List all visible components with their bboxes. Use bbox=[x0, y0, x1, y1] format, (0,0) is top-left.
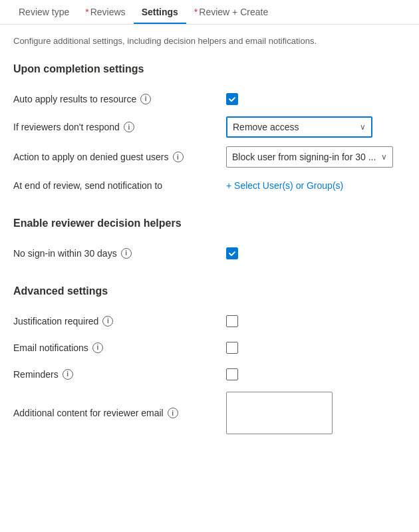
label-text: Reminders bbox=[13, 369, 59, 380]
setting-label-email-notifications: Email notificationsi bbox=[13, 342, 226, 353]
label-text: Auto apply results to resource bbox=[13, 94, 136, 104]
setting-control-action-denied-guests: Block user from signing-in for 30 ...∨ bbox=[226, 146, 406, 168]
setting-row-action-denied-guests: Action to apply on denied guest usersiBl… bbox=[13, 142, 406, 172]
label-text: Action to apply on denied guest users bbox=[13, 152, 169, 162]
decision-helpers-section: Enable reviewer decision helpers No sign… bbox=[13, 217, 406, 267]
page-description: Configure additional settings, including… bbox=[13, 35, 406, 47]
tab-reviews[interactable]: *Reviews bbox=[77, 0, 133, 24]
setting-control-auto-apply bbox=[226, 93, 406, 105]
advanced-settings-section: Advanced settings Justification required… bbox=[13, 285, 406, 439]
setting-row-reminders: Remindersi bbox=[13, 361, 406, 388]
tab-asterisk: * bbox=[194, 7, 198, 17]
info-icon-email-notifications[interactable]: i bbox=[92, 342, 103, 353]
tab-settings[interactable]: Settings bbox=[134, 0, 186, 24]
dropdown-value: Block user from signing-in for 30 ... bbox=[232, 152, 376, 162]
checkbox-auto-apply[interactable] bbox=[226, 93, 238, 105]
info-icon-reminders[interactable]: i bbox=[63, 369, 73, 380]
info-icon-additional-content[interactable]: i bbox=[168, 408, 178, 418]
setting-control-end-of-review-notification: + Select User(s) or Group(s) bbox=[226, 180, 406, 191]
tab-label: Review + Create bbox=[199, 7, 268, 17]
info-icon-no-sign-in[interactable]: i bbox=[121, 248, 132, 259]
checkbox-justification-required[interactable] bbox=[226, 315, 238, 327]
setting-label-reminders: Remindersi bbox=[13, 369, 226, 380]
upon-completion-header: Upon completion settings bbox=[13, 63, 406, 75]
setting-row-justification-required: Justification requiredi bbox=[13, 308, 406, 334]
setting-control-additional-content bbox=[226, 392, 406, 434]
info-icon-justification-required[interactable]: i bbox=[102, 316, 113, 327]
label-text: If reviewers don't respond bbox=[13, 122, 120, 132]
checkbox-no-sign-in[interactable] bbox=[226, 247, 238, 259]
upon-completion-section: Upon completion settings Auto apply resu… bbox=[13, 63, 406, 199]
setting-control-reminders bbox=[226, 368, 406, 380]
label-text: Justification required bbox=[13, 316, 98, 327]
label-text: Email notifications bbox=[13, 342, 88, 353]
label-text: No sign-in within 30 days bbox=[13, 248, 117, 259]
tab-review-type[interactable]: Review type bbox=[11, 0, 77, 24]
tab-label: Settings bbox=[142, 7, 178, 17]
setting-row-if-reviewers-respond: If reviewers don't respondiRemove access… bbox=[13, 112, 406, 142]
setting-control-if-reviewers-respond: Remove access∨ bbox=[226, 116, 406, 138]
main-content: Configure additional settings, including… bbox=[0, 25, 419, 471]
tab-navigation: Review type*ReviewsSettings*Review + Cre… bbox=[0, 0, 419, 25]
setting-control-justification-required bbox=[226, 315, 406, 327]
setting-label-additional-content: Additional content for reviewer emaili bbox=[13, 408, 226, 418]
setting-row-end-of-review-notification: At end of review, send notification to+ … bbox=[13, 172, 406, 199]
setting-row-email-notifications: Email notificationsi bbox=[13, 334, 406, 361]
setting-label-if-reviewers-respond: If reviewers don't respondi bbox=[13, 122, 226, 132]
checkbox-email-notifications[interactable] bbox=[226, 342, 238, 354]
setting-row-additional-content: Additional content for reviewer emaili bbox=[13, 388, 406, 439]
setting-label-justification-required: Justification requiredi bbox=[13, 316, 226, 327]
decision-helpers-rows: No sign-in within 30 daysi bbox=[13, 240, 406, 267]
setting-control-email-notifications bbox=[226, 342, 406, 354]
chevron-down-icon: ∨ bbox=[381, 152, 387, 162]
dropdown-value: Remove access bbox=[233, 122, 299, 132]
setting-label-action-denied-guests: Action to apply on denied guest usersi bbox=[13, 152, 226, 162]
setting-control-no-sign-in bbox=[226, 247, 406, 259]
link-end-of-review-notification[interactable]: + Select User(s) or Group(s) bbox=[226, 180, 343, 191]
tab-label: Review type bbox=[19, 7, 69, 17]
setting-label-auto-apply: Auto apply results to resourcei bbox=[13, 94, 226, 104]
tab-asterisk: * bbox=[85, 7, 88, 17]
textarea-additional-content[interactable] bbox=[226, 392, 333, 434]
info-icon-auto-apply[interactable]: i bbox=[140, 94, 151, 104]
dropdown-if-reviewers-respond[interactable]: Remove access∨ bbox=[226, 116, 372, 138]
checkbox-reminders[interactable] bbox=[226, 368, 238, 380]
upon-completion-rows: Auto apply results to resourcei If revie… bbox=[13, 86, 406, 199]
setting-row-no-sign-in: No sign-in within 30 daysi bbox=[13, 240, 406, 267]
setting-label-no-sign-in: No sign-in within 30 daysi bbox=[13, 248, 226, 259]
tab-review-create[interactable]: *Review + Create bbox=[186, 0, 276, 24]
info-icon-action-denied-guests[interactable]: i bbox=[173, 152, 184, 162]
decision-helpers-header: Enable reviewer decision helpers bbox=[13, 217, 406, 229]
advanced-settings-header: Advanced settings bbox=[13, 285, 406, 297]
info-icon-if-reviewers-respond[interactable]: i bbox=[124, 122, 134, 132]
label-text: At end of review, send notification to bbox=[13, 180, 162, 191]
dropdown-action-denied-guests[interactable]: Block user from signing-in for 30 ...∨ bbox=[226, 146, 393, 168]
setting-row-auto-apply: Auto apply results to resourcei bbox=[13, 86, 406, 112]
chevron-down-icon: ∨ bbox=[360, 122, 366, 132]
setting-label-end-of-review-notification: At end of review, send notification to bbox=[13, 180, 226, 191]
advanced-rows: Justification requirediEmail notificatio… bbox=[13, 308, 406, 439]
label-text: Additional content for reviewer email bbox=[13, 408, 164, 418]
tab-label: Reviews bbox=[90, 7, 126, 17]
